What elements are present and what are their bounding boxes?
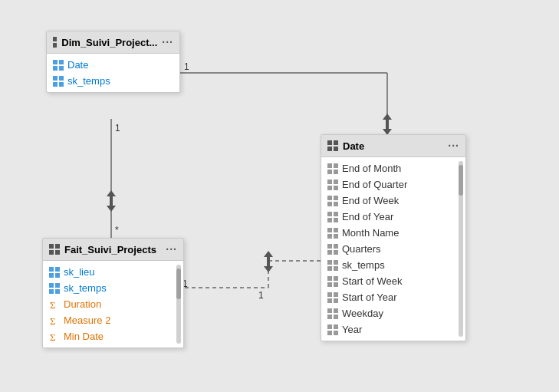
svg-rect-56 xyxy=(327,250,332,255)
field-icon-sk-temps-fait xyxy=(49,283,60,294)
svg-rect-82 xyxy=(49,267,54,272)
fait-suivi-dots[interactable]: ··· xyxy=(166,243,177,255)
svg-rect-29 xyxy=(59,82,64,87)
svg-rect-75 xyxy=(334,324,338,329)
field-icon-weekday xyxy=(327,308,338,319)
arrow-connector-2 xyxy=(104,190,118,212)
svg-text:Σ: Σ xyxy=(50,315,56,326)
field-icon-start-year xyxy=(327,292,338,303)
svg-rect-77 xyxy=(334,331,338,335)
field-duration: Duration xyxy=(64,298,101,310)
field-row-quarters: Quarters xyxy=(321,241,455,257)
dim-suivi-dots[interactable]: ··· xyxy=(162,36,173,48)
field-icon-start-week xyxy=(327,276,338,287)
fait-suivi-header: Fait_Suivi_Projects ··· xyxy=(43,239,183,261)
svg-marker-14 xyxy=(264,251,273,257)
svg-rect-24 xyxy=(53,66,58,71)
svg-rect-43 xyxy=(334,196,338,200)
arrow-connector-3 xyxy=(261,251,275,272)
field-date-name: Date xyxy=(67,59,88,71)
svg-rect-85 xyxy=(55,273,60,278)
fait-scroll-thumb[interactable] xyxy=(176,268,181,299)
svg-rect-69 xyxy=(334,298,338,303)
svg-rect-36 xyxy=(327,170,332,174)
field-icon-measure2: Σ xyxy=(49,315,60,326)
field-icon-sk-lieu xyxy=(49,267,60,278)
field-icon-date xyxy=(53,60,64,71)
field-min-date: Min Date xyxy=(64,331,104,342)
svg-rect-62 xyxy=(327,276,332,281)
field-row-start-year: Start of Year xyxy=(321,289,455,305)
svg-rect-55 xyxy=(334,244,338,249)
svg-rect-28 xyxy=(53,82,58,87)
svg-rect-15 xyxy=(267,257,270,262)
field-row-min-date: Σ Min Date xyxy=(43,328,173,344)
grid-icon-date xyxy=(327,140,338,151)
svg-marker-12 xyxy=(107,206,116,212)
svg-rect-84 xyxy=(49,273,54,278)
field-row-end-year: End of Year xyxy=(321,209,455,225)
field-end-month: End of Month xyxy=(342,163,401,174)
svg-rect-49 xyxy=(334,218,338,222)
field-end-week: End of Week xyxy=(342,195,399,206)
svg-rect-48 xyxy=(327,218,332,222)
fait-scrollbar[interactable] xyxy=(176,265,181,344)
svg-rect-71 xyxy=(334,308,338,313)
relation-label-star: * xyxy=(115,225,119,236)
field-row-sk-temps-dim: sk_temps xyxy=(47,73,179,89)
field-row-year: Year xyxy=(321,321,455,338)
svg-marker-6 xyxy=(383,114,392,120)
field-row-date: Date xyxy=(47,57,179,73)
svg-rect-86 xyxy=(49,283,54,288)
field-icon-sk-temps-dim xyxy=(53,76,64,87)
field-icon-quarters xyxy=(327,244,338,255)
svg-rect-23 xyxy=(59,60,64,64)
field-start-week: Start of Week xyxy=(342,275,403,287)
date-scroll-thumb[interactable] xyxy=(459,165,463,196)
svg-rect-76 xyxy=(327,331,332,335)
svg-rect-81 xyxy=(55,250,60,255)
svg-rect-46 xyxy=(327,212,332,216)
svg-rect-22 xyxy=(53,60,58,64)
svg-rect-60 xyxy=(327,266,332,271)
svg-text:Σ: Σ xyxy=(50,299,56,310)
dim-suivi-title: Dim_Suivi_Project... xyxy=(61,37,157,48)
dim-suivi-header: Dim_Suivi_Project... ··· xyxy=(47,31,179,54)
field-row-start-week: Start of Week xyxy=(321,273,455,289)
svg-rect-63 xyxy=(334,276,338,281)
svg-rect-80 xyxy=(49,250,54,255)
field-icon-end-month xyxy=(327,163,338,174)
svg-rect-27 xyxy=(59,76,64,81)
svg-rect-88 xyxy=(49,289,54,294)
date-scrollbar[interactable] xyxy=(459,161,463,337)
svg-rect-38 xyxy=(327,180,332,184)
arrow-connector-1 xyxy=(380,114,394,135)
svg-rect-37 xyxy=(334,170,338,174)
field-sk-temps-dim-name: sk_temps xyxy=(67,75,110,87)
field-quarters: Quarters xyxy=(342,243,381,255)
grid-icon-fait-suivi xyxy=(49,244,60,255)
svg-rect-68 xyxy=(327,298,332,303)
field-icon-year xyxy=(327,324,338,335)
field-row-end-month: End of Month xyxy=(321,160,455,176)
field-row-sk-temps-date: sk_temps xyxy=(321,257,455,273)
svg-rect-66 xyxy=(327,292,332,297)
field-icon-month-name xyxy=(327,228,338,239)
svg-rect-52 xyxy=(327,234,332,239)
svg-rect-39 xyxy=(334,180,338,184)
svg-rect-20 xyxy=(53,43,57,48)
fait-suivi-title: Fait_Suivi_Projects xyxy=(64,244,156,255)
field-row-sk-lieu: sk_lieu xyxy=(43,264,173,280)
field-year: Year xyxy=(342,324,362,335)
svg-rect-70 xyxy=(327,308,332,313)
date-dots[interactable]: ··· xyxy=(448,140,459,152)
svg-rect-67 xyxy=(334,292,338,297)
field-end-year: End of Year xyxy=(342,211,393,222)
svg-rect-51 xyxy=(334,228,338,232)
svg-rect-74 xyxy=(327,324,332,329)
svg-rect-53 xyxy=(334,234,338,239)
svg-rect-11 xyxy=(110,196,113,201)
svg-rect-40 xyxy=(327,186,332,190)
svg-marker-10 xyxy=(107,190,116,196)
svg-rect-18 xyxy=(53,37,57,41)
